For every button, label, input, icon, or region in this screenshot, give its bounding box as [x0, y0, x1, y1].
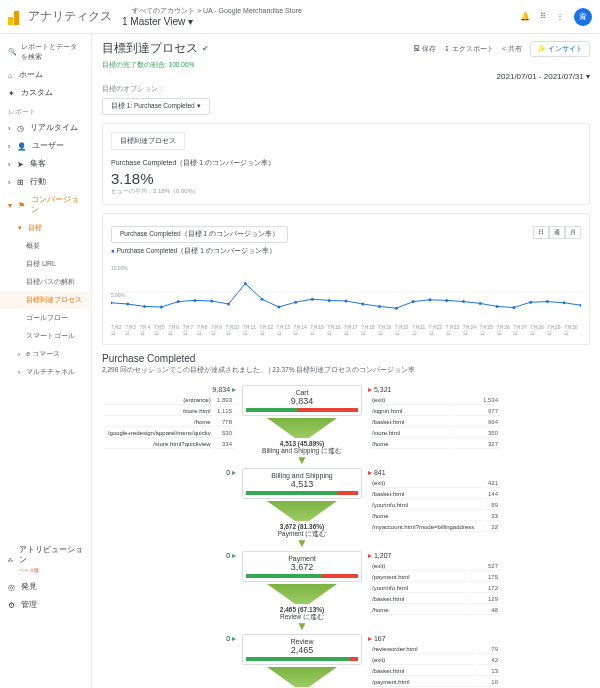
nav-ecommerce[interactable]: ›e コマース	[0, 345, 91, 363]
nav-admin[interactable]: ⚙管理	[0, 596, 91, 614]
step-box[interactable]: Cart 9,834	[242, 385, 362, 416]
nav-label: コンバージョン	[31, 195, 83, 215]
brand: アナリティクス	[28, 8, 112, 25]
svg-point-30	[563, 301, 566, 304]
nav-label: 目標	[28, 223, 42, 233]
svg-point-26	[496, 305, 499, 308]
step-box[interactable]: Review 2,465	[242, 634, 362, 665]
svg-point-15	[311, 298, 314, 301]
property-selector[interactable]: 1 Master View ▾	[122, 16, 302, 27]
completion-rate: 目標の完了数の割合: 100.00%	[102, 61, 590, 70]
granularity-toggle[interactable]: 日週月	[533, 226, 581, 239]
funnel-shape	[267, 501, 337, 521]
step-box[interactable]: Billing and Shipping 4,513	[242, 468, 362, 499]
line-chart[interactable]: 10.00%5.00%	[111, 262, 581, 322]
svg-point-20	[395, 307, 398, 310]
search-input[interactable]: 🔍レポートとデータを検索	[0, 38, 91, 66]
nav-goal-smart[interactable]: スマートゴール	[0, 327, 91, 345]
nav-goal-overview[interactable]: 概要	[0, 237, 91, 255]
label: 保存	[422, 45, 436, 52]
bell-icon[interactable]: 🔔	[520, 12, 530, 21]
share-button[interactable]: < 共有	[502, 44, 522, 54]
nav-conversion[interactable]: ▾⚑コンバージョン	[0, 191, 91, 219]
step-count: 3,672	[246, 562, 358, 572]
nav-label: 行動	[30, 177, 46, 187]
check-icon: ✔	[202, 44, 209, 53]
search-placeholder: レポートとデータを検索	[21, 42, 83, 62]
tab-funnel[interactable]: 目標到達プロセス	[111, 132, 185, 150]
label: インサイト	[548, 44, 583, 54]
section-reports: レポート	[0, 102, 91, 119]
svg-point-27	[512, 306, 515, 309]
nav-label: 発見	[21, 582, 37, 592]
arrow-right-icon: ▸	[368, 634, 372, 643]
svg-point-4	[126, 303, 129, 306]
nav-goal-flow[interactable]: ゴールフロー	[0, 309, 91, 327]
label: 共有	[508, 45, 522, 52]
gear-icon: ⚙	[8, 601, 15, 610]
x-axis: 7月2日7月3日7月4日7月5日7月6日7月7日7月8日7月9日7月10日7月1…	[111, 324, 581, 336]
nav-acquisition[interactable]: ›➤集客	[0, 155, 91, 173]
step-name: Billing and Shipping	[246, 472, 358, 479]
export-button[interactable]: ↧ エクスポート	[444, 44, 494, 54]
svg-point-25	[479, 302, 482, 305]
arrow-down-icon: ▼	[242, 539, 362, 547]
insight-button[interactable]: ✨インサイト	[530, 41, 590, 57]
funnel-shape	[267, 584, 337, 604]
series-label: Purchase Completed（目標 1 のコンバージョン率）	[117, 247, 276, 254]
nav-realtime[interactable]: ›◷リアルタイム	[0, 119, 91, 137]
funnel-step: 9,834 ▸ (entrance)1,893/store.html1,115/…	[102, 385, 590, 464]
nav-label: ユーザー	[32, 141, 64, 151]
attribution-icon: ஃ	[8, 555, 13, 565]
nav-multichannel[interactable]: ›マルチチャネル	[0, 363, 91, 381]
funnel-step: 0 ▸ Billing and Shipping 4,513 3,672 (81…	[102, 468, 590, 547]
step-box[interactable]: Payment 3,672	[242, 551, 362, 582]
svg-point-21	[412, 300, 415, 303]
exit-table: (exit)421/basket.html144/yourinfo.html89…	[368, 477, 502, 534]
save-button[interactable]: 🖫 保存	[413, 44, 436, 54]
svg-point-8	[193, 299, 196, 302]
title-bar: 目標到達プロセス ✔ 🖫 保存 ↧ エクスポート < 共有 ✨インサイト	[102, 40, 590, 57]
svg-point-5	[143, 305, 146, 308]
nav-behavior[interactable]: ›⊞行動	[0, 173, 91, 191]
clock-icon: ◷	[17, 124, 24, 133]
nav-goal-path[interactable]: 目標パスの解析	[0, 273, 91, 291]
arrow-right-icon: ▸	[232, 551, 236, 560]
goal-name: Purchase Completed（目標 1 のコンバージョン率）	[111, 158, 581, 168]
flag-icon: ⚑	[18, 201, 25, 210]
discover-icon: ◎	[8, 583, 15, 592]
nav-label: ホーム	[19, 70, 43, 80]
svg-point-12	[261, 298, 264, 301]
arrow-right-icon: ▸	[368, 468, 372, 477]
step-name: Review	[246, 638, 358, 645]
chart-panel: Purchase Completed（目標 1 のコンバージョン率） 日週月 ●…	[102, 213, 590, 345]
nav-attribution[interactable]: ஃアトリビューションベータ版	[0, 541, 91, 578]
nav-label: アトリビューション	[19, 545, 83, 564]
breadcrumb[interactable]: すべてのアカウント > UA - Google Merchandise Stor…	[132, 6, 302, 16]
nav-discover[interactable]: ◎発見	[0, 578, 91, 596]
acquisition-icon: ➤	[17, 160, 24, 169]
nav-goal-urls[interactable]: 目標 URL	[0, 255, 91, 273]
nav-user[interactable]: ›👤ユーザー	[0, 137, 91, 155]
nav-home[interactable]: ⌂ホーム	[0, 66, 91, 84]
exit-table: /revieworder.html79(exit)42/basket.html1…	[368, 643, 502, 688]
nav-custom[interactable]: ✦カスタム	[0, 84, 91, 102]
step-count: 2,465	[246, 645, 358, 655]
metric-picker[interactable]: Purchase Completed（目標 1 のコンバージョン率）	[111, 226, 288, 243]
exit-table: (exit)1,534/signin.html977/basket.html96…	[368, 394, 502, 451]
behavior-icon: ⊞	[17, 178, 24, 187]
svg-point-6	[160, 306, 163, 309]
goal-segment-picker[interactable]: 目標 1: Purchase Completed ▾	[102, 98, 210, 115]
svg-point-24	[462, 300, 465, 303]
step-name: Cart	[246, 389, 358, 396]
funnel-visualization: 9,834 ▸ (entrance)1,893/store.html1,115/…	[102, 385, 590, 688]
svg-point-9	[210, 300, 213, 303]
apps-icon[interactable]: ⠿	[540, 12, 546, 21]
avatar[interactable]: 青	[574, 8, 592, 26]
nav-goal-funnel[interactable]: 目標到達プロセス	[0, 291, 91, 309]
date-range-picker[interactable]: 2021/07/01 - 2021/07/31 ▾	[102, 72, 590, 81]
beta-label: ベータ版	[19, 567, 39, 573]
nav-goals[interactable]: ▾目標	[0, 219, 91, 237]
help-icon[interactable]: ⋮	[556, 12, 564, 21]
nav-label: マルチチャネル	[26, 367, 75, 377]
